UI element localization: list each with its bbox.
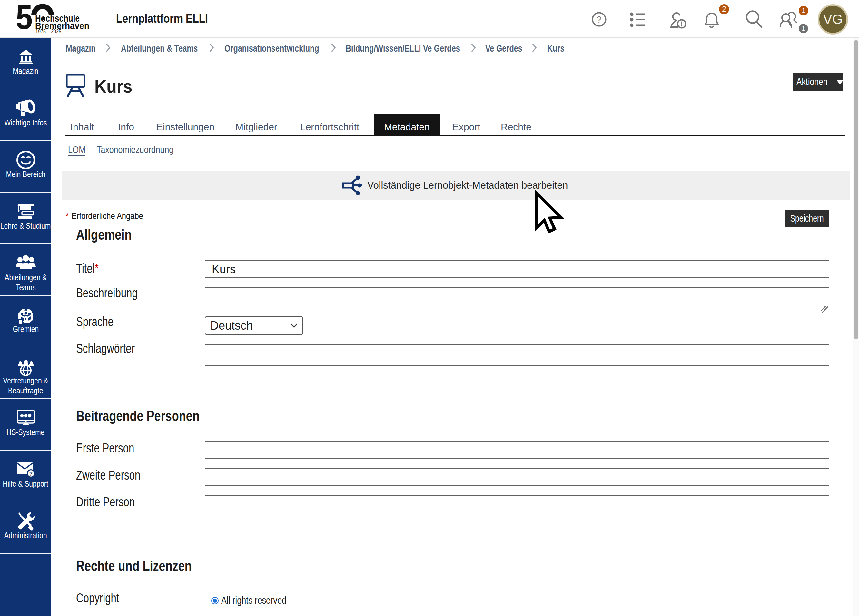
svg-text:5: 5	[16, 0, 33, 36]
svg-text:?: ?	[29, 471, 32, 477]
svg-text:1975 – 2025: 1975 – 2025	[36, 28, 61, 34]
svg-text:?: ?	[597, 14, 602, 25]
